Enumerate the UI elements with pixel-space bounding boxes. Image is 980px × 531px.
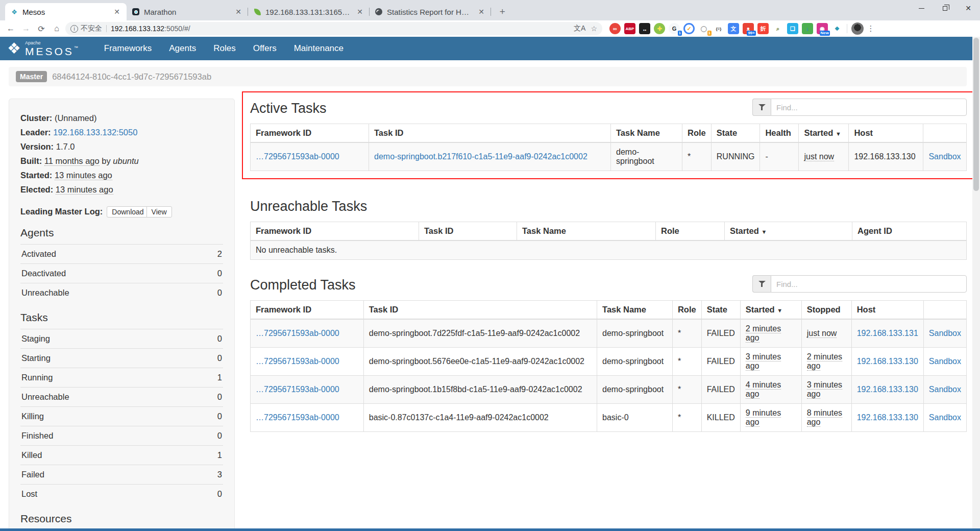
task-id-link[interactable]: demo-springboot.b217f610-c1a5-11e9-aaf9-… xyxy=(374,152,587,161)
tab-close-icon[interactable]: ✕ xyxy=(234,7,243,16)
stat-label: Deactivated xyxy=(20,263,199,283)
nav-agents[interactable]: Agents xyxy=(160,43,205,54)
ticktick-check-icon[interactable]: ✓ xyxy=(683,23,695,34)
tab-haproxy-stats[interactable]: Statistics Report for HAProxy ✕ xyxy=(370,3,491,20)
person-search-icon[interactable]: ⌕ xyxy=(772,23,783,34)
unreachable-tasks-table: Framework IDTask IDTask NameRoleStarted … xyxy=(250,222,967,260)
framework-id-link[interactable]: …7295671593ab-0000 xyxy=(256,329,339,337)
security-label: 不安全 xyxy=(81,24,102,33)
download-manager-icon[interactable]: ↓ xyxy=(802,23,813,34)
table-row: Starting0 xyxy=(20,348,223,368)
sandbox-link[interactable]: Sandbox xyxy=(928,152,961,161)
profile-avatar[interactable] xyxy=(851,22,864,35)
extensions-row: ∞ABPꓸꓸ✚G1✓◯1{≡}文ᴥ99+折⌕❏↓◉New❖ xyxy=(609,23,843,34)
google-translate-icon[interactable]: 文 xyxy=(728,23,739,34)
col-header[interactable]: Started ▼ xyxy=(740,301,801,320)
agents-heading: Agents xyxy=(20,227,223,239)
cat-mask-extension-icon[interactable]: ꓸꓸ xyxy=(639,23,650,34)
red-face-extension-icon[interactable]: ᴥ99+ xyxy=(743,23,754,34)
coupon-zhe-icon[interactable]: 折 xyxy=(757,23,769,34)
framework-id-link[interactable]: …7295671593ab-0000 xyxy=(256,357,339,366)
host-link: 192.168.133.130 xyxy=(851,404,923,432)
new-tab-button[interactable]: ＋ xyxy=(495,4,509,18)
table-row: Staging0 xyxy=(20,329,223,348)
nav-frameworks[interactable]: Frameworks xyxy=(95,43,161,54)
coin-extension-icon[interactable]: ✚ xyxy=(654,23,665,34)
col-header[interactable]: Started ▼ xyxy=(725,222,852,241)
nav-roles[interactable]: Roles xyxy=(205,43,244,54)
json-braces-icon[interactable]: {≡} xyxy=(713,23,724,34)
table-row: Killing0 xyxy=(20,406,223,426)
browser-menu-icon[interactable]: ⋮ xyxy=(866,24,876,33)
view-log-button[interactable]: View xyxy=(146,206,172,218)
instagram-new-icon[interactable]: ◉New xyxy=(817,23,828,34)
github-extension-icon[interactable]: G1 xyxy=(669,23,680,34)
teal-web-icon[interactable]: ❖ xyxy=(831,23,843,34)
filter-button[interactable] xyxy=(752,99,771,116)
host-link[interactable]: 192.168.133.130 xyxy=(857,385,918,394)
sandbox-link[interactable]: Sandbox xyxy=(929,413,961,422)
stat-value: 0 xyxy=(199,263,223,283)
sandbox-link[interactable]: Sandbox xyxy=(929,329,961,337)
back-icon[interactable]: ← xyxy=(4,22,17,35)
restore-button[interactable] xyxy=(933,0,957,16)
host-link: 192.168.133.130 xyxy=(851,348,923,376)
master-bar: Master 68464124-810c-4cc1-9d7c-729567159… xyxy=(9,67,967,86)
tab-close-icon[interactable]: ✕ xyxy=(112,7,121,16)
host-link[interactable]: 192.168.133.131 xyxy=(857,329,918,337)
mesos-favicon: ❖ xyxy=(10,8,18,16)
tab-marathon[interactable]: Marathon ✕ xyxy=(127,3,248,20)
completed-tasks-table: Framework IDTask IDTask NameRoleStateSta… xyxy=(250,300,967,432)
address-bar[interactable]: i 不安全 192.168.133.132:5050/#/ 文A ☆ xyxy=(65,22,602,35)
page-scrollbar[interactable] xyxy=(972,37,980,531)
nav-maintenance[interactable]: Maintenance xyxy=(285,43,352,54)
framework-id-link[interactable]: …7295671593ab-0000 xyxy=(256,385,339,394)
completed-tasks-find-input[interactable] xyxy=(771,275,967,293)
minimize-button[interactable] xyxy=(910,0,933,16)
leading-master-log-label: Leading Master Log: xyxy=(20,207,103,216)
close-button[interactable]: ✕ xyxy=(957,0,980,16)
download-log-button[interactable]: Download xyxy=(107,206,149,218)
started-time: just now xyxy=(804,152,834,161)
nav-offers[interactable]: Offers xyxy=(244,43,285,54)
framework-id-link[interactable]: …7295671593ab-0000 xyxy=(256,152,339,161)
col-header[interactable]: Started ▼ xyxy=(799,124,849,143)
completed-task-row: …7295671593ab-0000demo-springboot.7d225f… xyxy=(251,319,967,348)
stopped-time: just now xyxy=(807,329,837,338)
haproxy-favicon xyxy=(375,8,383,16)
download-manager-icon: ↓ xyxy=(806,26,809,32)
host-link[interactable]: 192.168.133.130 xyxy=(857,357,918,366)
scrollbar-thumb[interactable] xyxy=(973,38,979,191)
tab-close-icon[interactable]: ✕ xyxy=(355,7,364,16)
table-row: Unreachable0 xyxy=(20,387,223,406)
bookmark-star-icon[interactable]: ☆ xyxy=(591,25,597,33)
info-icon: i xyxy=(70,25,78,33)
host-link[interactable]: 192.168.133.130 xyxy=(857,413,918,422)
forward-icon[interactable]: → xyxy=(19,22,33,35)
tab-mesos[interactable]: ❖ Mesos ✕ xyxy=(5,3,127,20)
role: * xyxy=(682,142,712,171)
blue-pages-icon[interactable]: ❏ xyxy=(787,23,798,34)
stat-label: Killing xyxy=(20,406,199,426)
reload-icon[interactable]: ⟳ xyxy=(35,22,48,35)
filter-button[interactable] xyxy=(752,275,771,293)
sandbox-link[interactable]: Sandbox xyxy=(929,357,961,366)
onetab-ring-icon[interactable]: ◯1 xyxy=(698,23,709,34)
tab-close-icon[interactable]: ✕ xyxy=(477,7,486,16)
tab-hello-service[interactable]: 192.168.133.131:31657/hello w ✕ xyxy=(248,3,370,20)
unreachable-tasks-section: Unreachable Tasks Framework IDTask IDTas… xyxy=(250,197,967,260)
sandbox-link: Sandbox xyxy=(923,142,967,171)
infinity-extension-icon[interactable]: ∞ xyxy=(609,23,621,34)
host-link: 192.168.133.130 xyxy=(851,376,923,404)
sandbox-link[interactable]: Sandbox xyxy=(929,385,961,394)
home-icon[interactable]: ⌂ xyxy=(50,22,63,35)
translate-icon[interactable]: 文A xyxy=(574,24,585,33)
mesos-brand[interactable]: ❖ Apache MESOS™ xyxy=(7,41,80,57)
task-id: basic-0.87c0137c-c1a4-11e9-aaf9-0242ac1c… xyxy=(363,404,597,432)
url-text[interactable]: 192.168.133.132:5050/#/ xyxy=(111,25,570,33)
framework-id-link[interactable]: …7295671593ab-0000 xyxy=(256,413,339,422)
adblock-plus-icon[interactable]: ABP xyxy=(624,23,635,34)
leader-link[interactable]: 192.168.133.132:5050 xyxy=(53,128,137,137)
security-indicator[interactable]: i 不安全 xyxy=(70,24,102,33)
active-tasks-find-input[interactable] xyxy=(771,99,967,116)
